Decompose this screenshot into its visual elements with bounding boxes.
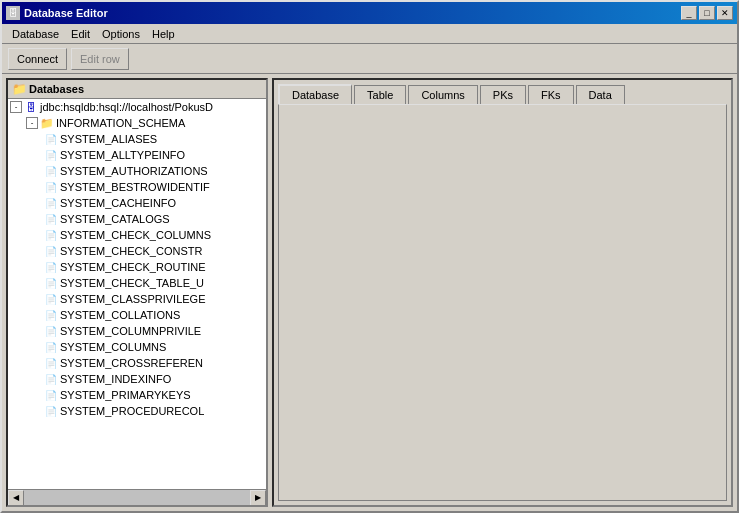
- main-area: 📁 Databases - 🗄 jdbc:hsqldb:hsql://local…: [2, 74, 737, 511]
- list-item[interactable]: 📄 SYSTEM_CHECK_COLUMNS: [8, 227, 266, 243]
- left-panel: 📁 Databases - 🗄 jdbc:hsqldb:hsql://local…: [6, 78, 268, 507]
- tab-fks[interactable]: FKs: [528, 85, 574, 104]
- window-controls: _ □ ✕: [681, 6, 733, 20]
- table-icon: 📄: [44, 244, 58, 258]
- database-icon: 🗄: [24, 100, 38, 114]
- table-name: SYSTEM_CHECK_CONSTR: [60, 245, 202, 257]
- tab-database[interactable]: Database: [278, 84, 352, 104]
- table-name: SYSTEM_CHECK_ROUTINE: [60, 261, 205, 273]
- title-bar-left: 🗄 Database Editor: [6, 6, 108, 20]
- menu-options[interactable]: Options: [96, 26, 146, 42]
- tree-root-item[interactable]: - 🗄 jdbc:hsqldb:hsql://localhost/PokusD: [8, 99, 266, 115]
- scroll-left-button[interactable]: ◀: [8, 490, 24, 506]
- schema-label: INFORMATION_SCHEMA: [56, 117, 185, 129]
- table-icon: 📄: [44, 228, 58, 242]
- table-name: SYSTEM_ALIASES: [60, 133, 157, 145]
- table-icon: 📄: [44, 340, 58, 354]
- list-item[interactable]: 📄 SYSTEM_AUTHORIZATIONS: [8, 163, 266, 179]
- root-label: jdbc:hsqldb:hsql://localhost/PokusD: [40, 101, 213, 113]
- main-window: 🗄 Database Editor _ □ ✕ Database Edit Op…: [0, 0, 739, 513]
- list-item[interactable]: 📄 SYSTEM_BESTROWIDENTIF: [8, 179, 266, 195]
- table-name: SYSTEM_CROSSREFEREN: [60, 357, 203, 369]
- table-icon: 📄: [44, 180, 58, 194]
- tab-content-area: [278, 104, 727, 501]
- window-title: Database Editor: [24, 7, 108, 19]
- edit-row-button[interactable]: Edit row: [71, 48, 129, 70]
- title-bar: 🗄 Database Editor _ □ ✕: [2, 2, 737, 24]
- list-item[interactable]: 📄 SYSTEM_PROCEDURECOL: [8, 403, 266, 419]
- list-item[interactable]: 📄 SYSTEM_CHECK_ROUTINE: [8, 259, 266, 275]
- table-icon: 📄: [44, 260, 58, 274]
- right-panel: Database Table Columns PKs FKs Data: [272, 78, 733, 507]
- root-expand-icon[interactable]: -: [10, 101, 22, 113]
- table-name: SYSTEM_BESTROWIDENTIF: [60, 181, 210, 193]
- table-icon: 📄: [44, 356, 58, 370]
- table-name: SYSTEM_CLASSPRIVILEGE: [60, 293, 206, 305]
- table-icon: 📄: [44, 324, 58, 338]
- table-name: SYSTEM_INDEXINFO: [60, 373, 171, 385]
- list-item[interactable]: 📄 SYSTEM_CHECK_TABLE_U: [8, 275, 266, 291]
- table-name: SYSTEM_CHECK_COLUMNS: [60, 229, 211, 241]
- schema-folder-icon: 📁: [40, 116, 54, 130]
- list-item[interactable]: 📄 SYSTEM_ALLTYPEINFO: [8, 147, 266, 163]
- connect-button[interactable]: Connect: [8, 48, 67, 70]
- table-name: SYSTEM_COLUMNS: [60, 341, 166, 353]
- tree-content[interactable]: - 🗄 jdbc:hsqldb:hsql://localhost/PokusD …: [8, 99, 266, 489]
- list-item[interactable]: 📄 SYSTEM_CATALOGS: [8, 211, 266, 227]
- list-item[interactable]: 📄 SYSTEM_CHECK_CONSTR: [8, 243, 266, 259]
- tab-columns[interactable]: Columns: [408, 85, 477, 104]
- table-icon: 📄: [44, 292, 58, 306]
- toolbar: Connect Edit row: [2, 44, 737, 74]
- minimize-button[interactable]: _: [681, 6, 697, 20]
- list-item[interactable]: 📄 SYSTEM_CACHEINFO: [8, 195, 266, 211]
- scroll-track[interactable]: [24, 490, 250, 506]
- menu-help[interactable]: Help: [146, 26, 181, 42]
- table-icon: 📄: [44, 276, 58, 290]
- databases-label: Databases: [29, 83, 84, 95]
- menu-edit[interactable]: Edit: [65, 26, 96, 42]
- maximize-button[interactable]: □: [699, 6, 715, 20]
- table-icon: 📄: [44, 308, 58, 322]
- table-name: SYSTEM_ALLTYPEINFO: [60, 149, 185, 161]
- table-name: SYSTEM_COLUMNPRIVILE: [60, 325, 201, 337]
- list-item[interactable]: 📄 SYSTEM_CROSSREFEREN: [8, 355, 266, 371]
- close-button[interactable]: ✕: [717, 6, 733, 20]
- menu-bar: Database Edit Options Help: [2, 24, 737, 44]
- table-name: SYSTEM_CACHEINFO: [60, 197, 176, 209]
- tree-header: 📁 Databases: [8, 80, 266, 99]
- list-item[interactable]: 📄 SYSTEM_CLASSPRIVILEGE: [8, 291, 266, 307]
- horizontal-scrollbar[interactable]: ◀ ▶: [8, 489, 266, 505]
- table-name: SYSTEM_PRIMARYKEYS: [60, 389, 191, 401]
- list-item[interactable]: 📄 SYSTEM_COLLATIONS: [8, 307, 266, 323]
- list-item[interactable]: 📄 SYSTEM_COLUMNPRIVILE: [8, 323, 266, 339]
- list-item[interactable]: 📄 SYSTEM_PRIMARYKEYS: [8, 387, 266, 403]
- schema-item[interactable]: - 📁 INFORMATION_SCHEMA: [8, 115, 266, 131]
- table-icon: 📄: [44, 212, 58, 226]
- app-icon: 🗄: [6, 6, 20, 20]
- folder-icon: 📁: [12, 82, 27, 96]
- table-name: SYSTEM_PROCEDURECOL: [60, 405, 204, 417]
- tab-bar: Database Table Columns PKs FKs Data: [274, 80, 731, 104]
- table-name: SYSTEM_CATALOGS: [60, 213, 170, 225]
- tab-pks[interactable]: PKs: [480, 85, 526, 104]
- tab-data[interactable]: Data: [576, 85, 625, 104]
- list-item[interactable]: 📄 SYSTEM_INDEXINFO: [8, 371, 266, 387]
- scroll-right-button[interactable]: ▶: [250, 490, 266, 506]
- schema-expand-icon[interactable]: -: [26, 117, 38, 129]
- menu-database[interactable]: Database: [6, 26, 65, 42]
- table-icon: 📄: [44, 164, 58, 178]
- table-name: SYSTEM_AUTHORIZATIONS: [60, 165, 208, 177]
- table-icon: 📄: [44, 148, 58, 162]
- table-icon: 📄: [44, 196, 58, 210]
- table-name: SYSTEM_CHECK_TABLE_U: [60, 277, 204, 289]
- table-icon: 📄: [44, 132, 58, 146]
- table-name: SYSTEM_COLLATIONS: [60, 309, 180, 321]
- tab-table[interactable]: Table: [354, 85, 406, 104]
- list-item[interactable]: 📄 SYSTEM_COLUMNS: [8, 339, 266, 355]
- table-icon: 📄: [44, 372, 58, 386]
- list-item[interactable]: 📄 SYSTEM_ALIASES: [8, 131, 266, 147]
- table-icon: 📄: [44, 388, 58, 402]
- table-icon: 📄: [44, 404, 58, 418]
